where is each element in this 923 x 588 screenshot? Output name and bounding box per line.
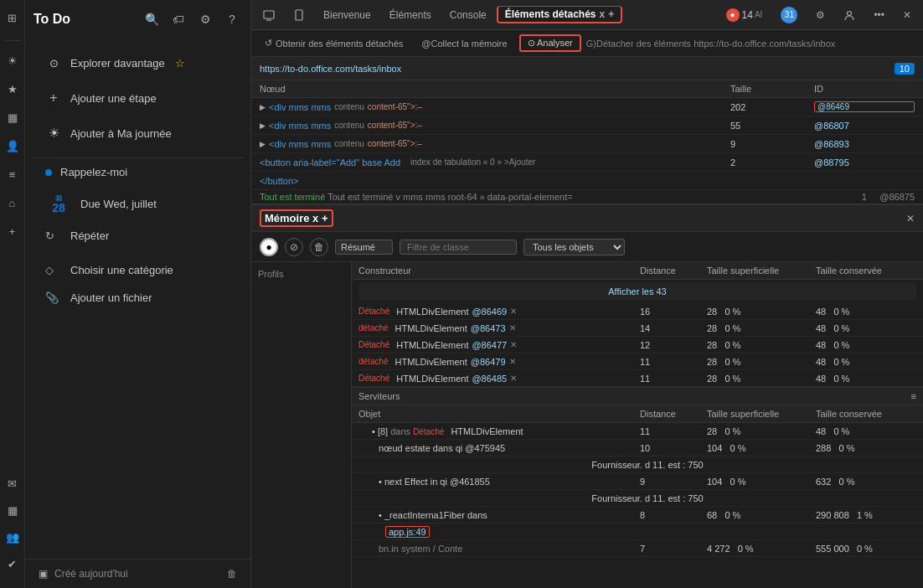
devtools-tabs: Bienvenue Éléments Console Éléments déta… (251, 0, 923, 30)
serv-retained-4: 632 0 % (816, 477, 916, 487)
rail-icon-check[interactable]: ✔ (3, 554, 22, 573)
tab-device[interactable] (255, 6, 283, 24)
serviteurs-title: Serviteurs (358, 391, 400, 401)
tab-device2[interactable] (285, 6, 313, 24)
mem-objects-select[interactable]: Tous les objets (523, 239, 625, 255)
rail-icon-mail[interactable]: ✉ (3, 474, 22, 493)
rail-icon-users[interactable]: 👥 (3, 528, 22, 546)
help-icon[interactable]: ? (222, 9, 242, 29)
dt-row[interactable]: ▶ <div mms mms contenu content-65">:– 9 … (251, 135, 923, 153)
id-link-3[interactable]: @86477 (472, 340, 507, 350)
add-step-item[interactable]: + Ajouter une étape (32, 81, 244, 115)
show-all-btn[interactable]: Afficher les 43 (358, 283, 916, 300)
delete-icon[interactable]: 🗑 (227, 568, 237, 580)
detached-1: Détaché (358, 307, 389, 316)
add-day-item[interactable]: ☀ Ajouter à Ma journée (32, 116, 244, 150)
rail-icon-calendar[interactable]: ▦ (3, 108, 22, 126)
mem-profiles: Profils (251, 262, 352, 588)
serv-row-1[interactable]: • [8] dans Détaché HTMLDivElement 11 28 … (352, 423, 923, 440)
dt-header-node: Nœud (260, 84, 730, 94)
refresh-btn[interactable]: ↺ Obtenir des éléments détachés (258, 36, 410, 50)
mem-row-4[interactable]: détaché HTMLDivElement @86479 ✕ 11 28 0 … (352, 353, 923, 370)
tab-close[interactable]: ✕ (895, 6, 920, 24)
settings-icon[interactable]: ⚙ (195, 9, 215, 29)
category-item[interactable]: ◇ Choisir une catégorie (32, 257, 244, 283)
memory-close[interactable]: ✕ (906, 213, 915, 224)
mem-stop-btn[interactable]: ⊘ (285, 238, 303, 256)
mem-filter-input[interactable] (400, 240, 517, 255)
mem-row-3[interactable]: Détaché HTMLDivElement @86477 ✕ 12 28 0 … (352, 337, 923, 353)
constructor-2: HTMLDivElement (395, 323, 467, 333)
analyze-btn[interactable]: ⊙ Analyser (519, 34, 581, 52)
serv-row-4[interactable]: • next Effect in qi @461855 9 104 0 % 63… (352, 473, 923, 490)
serv-row-8[interactable]: bn.in system / Conte 7 4 272 0 % 555 000… (352, 540, 923, 557)
serv-row-2[interactable]: nœud estate dans qi @475945 10 104 0 % 2… (352, 440, 923, 456)
tab-console[interactable]: Console (441, 6, 495, 24)
detached-table: Nœud Taille ID ▶ <div mms mms contenu co… (251, 80, 923, 205)
rail-icon-star[interactable]: ★ (3, 80, 22, 98)
explore-icon: ⊙ (45, 54, 62, 71)
repeat-item[interactable]: ↻ Répéter (32, 223, 244, 249)
serv-row-3: Fournisseur. d 11. est : 750 (352, 456, 923, 473)
tab-welcome[interactable]: Bienvenue (315, 6, 379, 24)
id-link-5[interactable]: @86485 (472, 374, 507, 384)
id-link-4[interactable]: @86479 (471, 357, 506, 367)
id-link-1[interactable]: @86469 (472, 307, 507, 317)
shallow-2: 28 0 % (707, 323, 816, 333)
add-step-label: Ajouter une étape (70, 92, 157, 105)
mem-delete-btn[interactable]: 🗑 (310, 238, 328, 256)
rail-icon-user[interactable]: 👤 (3, 137, 22, 155)
badge-blue: 31 (781, 7, 797, 23)
rail-icon-home[interactable]: ⌂ (3, 193, 22, 212)
tab-settings[interactable]: ⚙ (807, 6, 833, 24)
serv-col-obj: Objet (358, 409, 640, 419)
shallow-4: 28 0 % (707, 357, 816, 367)
rail-icon-add[interactable]: + (3, 222, 22, 240)
rail-icon-sun[interactable]: ☀ (3, 51, 22, 70)
mem-row-1[interactable]: Détaché HTMLDivElement @86469 ✕ 16 28 0 … (352, 303, 923, 320)
file-item[interactable]: 📎 Ajouter un fichier (32, 285, 244, 311)
tag-span: <div mms mms (269, 121, 331, 131)
search-icon[interactable]: 🔍 (142, 9, 162, 29)
dt-row[interactable]: </button> (251, 172, 923, 190)
due-item[interactable]: ▦ 28 Due Wed, juillet (32, 187, 244, 221)
tab-detached-close[interactable]: x (600, 8, 606, 20)
rail-icon-cal2[interactable]: ▦ (3, 501, 22, 519)
mem-view-select[interactable]: Résumé (335, 240, 393, 255)
explore-item[interactable]: ⊙ Explorer davantage ☆ (32, 46, 244, 80)
grid-icon[interactable]: ⊞ (3, 8, 22, 27)
mem-col-constructor: Constructeur (358, 266, 640, 276)
mem-main: Constructeur Distance Taille superficiel… (352, 262, 923, 588)
mem-table-header: Constructeur Distance Taille superficiel… (352, 262, 923, 280)
tab-detached[interactable]: Éléments détachés x + (497, 6, 622, 23)
serv-shallow-1: 28 0 % (707, 426, 816, 436)
rail-icon-list[interactable]: ≡ (3, 165, 22, 183)
mem-row-2[interactable]: détaché HTMLDivElement @86473 ✕ 14 28 0 … (352, 320, 923, 337)
category-label: Choisir une catégorie (70, 264, 173, 276)
serviteurs-table-header: Objet Distance Taille superficielle Tail… (352, 405, 923, 423)
appjs-link[interactable]: app.js:49 (385, 526, 430, 538)
dt-row[interactable]: ▶ <div mms mms contenu content-65">:– 55… (251, 116, 923, 135)
dist-3: 12 (640, 340, 707, 350)
left-rail: ⊞ ☀ ★ ▦ 👤 ≡ ⌂ + ✉ ▦ 👥 ✔ (0, 0, 25, 588)
remind-item[interactable]: Rappelez-moi (32, 159, 244, 185)
tab-plus[interactable]: + (608, 8, 614, 20)
dt-row[interactable]: <button aria-label="Add" base Add index … (251, 153, 923, 172)
mem-record-btn[interactable]: ● (260, 238, 278, 256)
tab-elements[interactable]: Éléments (381, 6, 440, 24)
serv-row-6[interactable]: • _reactInterna1Fiber dans 8 68 0 % 290 … (352, 507, 923, 524)
serviteurs-scroll-icon[interactable]: ≡ (911, 391, 916, 401)
status-text: Tout est terminé Tout est terminé v mms … (260, 192, 573, 202)
id-link-2[interactable]: @86473 (471, 323, 506, 333)
attr-contenu: contenu (334, 102, 364, 111)
tab-user[interactable] (835, 6, 864, 24)
tag-icon[interactable]: 🏷 (168, 9, 188, 29)
dt-row[interactable]: ▶ <div mms mms contenu content-65">:– 20… (251, 98, 923, 116)
mem-row-5[interactable]: Détaché HTMLDivElement @86485 ✕ 11 28 0 … (352, 370, 923, 387)
sidebar-nav: ⊙ Explorer davantage ☆ + Ajouter une éta… (25, 39, 250, 157)
serv-row-7[interactable]: app.js:49 (352, 524, 923, 540)
badge-ai-count: 14 (742, 9, 753, 21)
collect-label: @Collect la mémoire (421, 39, 507, 49)
tab-more[interactable]: ••• (865, 6, 893, 24)
collect-btn[interactable]: @Collect la mémoire (415, 37, 513, 50)
